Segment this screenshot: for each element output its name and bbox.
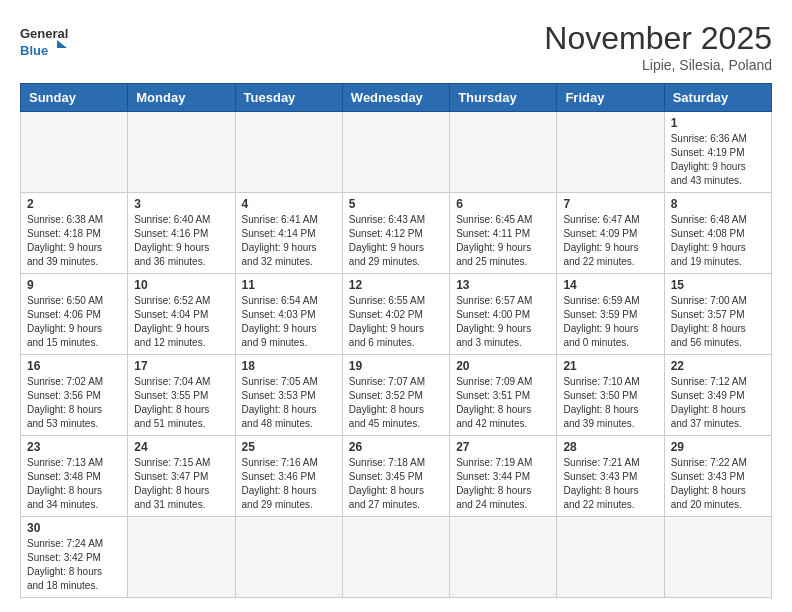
day-number: 8 [671,197,765,211]
day-info: Sunrise: 6:40 AMSunset: 4:16 PMDaylight:… [134,213,228,269]
title-block: November 2025 Lipie, Silesia, Poland [544,20,772,73]
calendar-table: SundayMondayTuesdayWednesdayThursdayFrid… [20,83,772,598]
calendar-cell: 3Sunrise: 6:40 AMSunset: 4:16 PMDaylight… [128,193,235,274]
calendar-cell: 29Sunrise: 7:22 AMSunset: 3:43 PMDayligh… [664,436,771,517]
weekday-header-friday: Friday [557,84,664,112]
day-number: 18 [242,359,336,373]
day-number: 22 [671,359,765,373]
day-info: Sunrise: 7:19 AMSunset: 3:44 PMDaylight:… [456,456,550,512]
weekday-header-row: SundayMondayTuesdayWednesdayThursdayFrid… [21,84,772,112]
day-info: Sunrise: 6:59 AMSunset: 3:59 PMDaylight:… [563,294,657,350]
calendar-cell: 1Sunrise: 6:36 AMSunset: 4:19 PMDaylight… [664,112,771,193]
day-info: Sunrise: 7:04 AMSunset: 3:55 PMDaylight:… [134,375,228,431]
calendar-cell: 21Sunrise: 7:10 AMSunset: 3:50 PMDayligh… [557,355,664,436]
calendar-cell: 16Sunrise: 7:02 AMSunset: 3:56 PMDayligh… [21,355,128,436]
calendar-cell [235,517,342,598]
page-header: General Blue November 2025 Lipie, Silesi… [20,20,772,73]
day-info: Sunrise: 7:07 AMSunset: 3:52 PMDaylight:… [349,375,443,431]
day-number: 5 [349,197,443,211]
calendar-cell: 22Sunrise: 7:12 AMSunset: 3:49 PMDayligh… [664,355,771,436]
calendar-cell [21,112,128,193]
day-info: Sunrise: 7:21 AMSunset: 3:43 PMDaylight:… [563,456,657,512]
weekday-header-wednesday: Wednesday [342,84,449,112]
calendar-cell: 15Sunrise: 7:00 AMSunset: 3:57 PMDayligh… [664,274,771,355]
calendar-cell: 26Sunrise: 7:18 AMSunset: 3:45 PMDayligh… [342,436,449,517]
calendar-week-3: 9Sunrise: 6:50 AMSunset: 4:06 PMDaylight… [21,274,772,355]
day-info: Sunrise: 7:15 AMSunset: 3:47 PMDaylight:… [134,456,228,512]
calendar-cell: 28Sunrise: 7:21 AMSunset: 3:43 PMDayligh… [557,436,664,517]
day-number: 7 [563,197,657,211]
calendar-cell [557,112,664,193]
calendar-cell [664,517,771,598]
calendar-cell: 19Sunrise: 7:07 AMSunset: 3:52 PMDayligh… [342,355,449,436]
calendar-cell: 23Sunrise: 7:13 AMSunset: 3:48 PMDayligh… [21,436,128,517]
calendar-cell [450,112,557,193]
day-info: Sunrise: 6:52 AMSunset: 4:04 PMDaylight:… [134,294,228,350]
svg-text:Blue: Blue [20,43,48,58]
calendar-cell: 2Sunrise: 6:38 AMSunset: 4:18 PMDaylight… [21,193,128,274]
day-info: Sunrise: 7:18 AMSunset: 3:45 PMDaylight:… [349,456,443,512]
day-number: 2 [27,197,121,211]
location: Lipie, Silesia, Poland [544,57,772,73]
day-info: Sunrise: 7:10 AMSunset: 3:50 PMDaylight:… [563,375,657,431]
day-info: Sunrise: 6:45 AMSunset: 4:11 PMDaylight:… [456,213,550,269]
day-info: Sunrise: 6:54 AMSunset: 4:03 PMDaylight:… [242,294,336,350]
calendar-cell: 13Sunrise: 6:57 AMSunset: 4:00 PMDayligh… [450,274,557,355]
day-info: Sunrise: 7:22 AMSunset: 3:43 PMDaylight:… [671,456,765,512]
day-info: Sunrise: 7:02 AMSunset: 3:56 PMDaylight:… [27,375,121,431]
day-info: Sunrise: 6:38 AMSunset: 4:18 PMDaylight:… [27,213,121,269]
day-number: 6 [456,197,550,211]
weekday-header-sunday: Sunday [21,84,128,112]
day-info: Sunrise: 6:36 AMSunset: 4:19 PMDaylight:… [671,132,765,188]
day-info: Sunrise: 7:09 AMSunset: 3:51 PMDaylight:… [456,375,550,431]
calendar-week-5: 23Sunrise: 7:13 AMSunset: 3:48 PMDayligh… [21,436,772,517]
logo-svg: General Blue [20,20,70,60]
day-number: 14 [563,278,657,292]
calendar-cell: 5Sunrise: 6:43 AMSunset: 4:12 PMDaylight… [342,193,449,274]
day-number: 12 [349,278,443,292]
day-info: Sunrise: 6:41 AMSunset: 4:14 PMDaylight:… [242,213,336,269]
weekday-header-monday: Monday [128,84,235,112]
calendar-cell: 20Sunrise: 7:09 AMSunset: 3:51 PMDayligh… [450,355,557,436]
calendar-cell: 11Sunrise: 6:54 AMSunset: 4:03 PMDayligh… [235,274,342,355]
calendar-cell: 25Sunrise: 7:16 AMSunset: 3:46 PMDayligh… [235,436,342,517]
day-number: 16 [27,359,121,373]
calendar-cell: 12Sunrise: 6:55 AMSunset: 4:02 PMDayligh… [342,274,449,355]
calendar-cell: 9Sunrise: 6:50 AMSunset: 4:06 PMDaylight… [21,274,128,355]
day-number: 24 [134,440,228,454]
day-number: 29 [671,440,765,454]
calendar-cell: 14Sunrise: 6:59 AMSunset: 3:59 PMDayligh… [557,274,664,355]
day-number: 28 [563,440,657,454]
logo: General Blue [20,20,70,60]
day-number: 17 [134,359,228,373]
day-number: 4 [242,197,336,211]
calendar-cell [450,517,557,598]
month-title: November 2025 [544,20,772,57]
day-number: 1 [671,116,765,130]
weekday-header-thursday: Thursday [450,84,557,112]
day-info: Sunrise: 7:13 AMSunset: 3:48 PMDaylight:… [27,456,121,512]
calendar-cell: 7Sunrise: 6:47 AMSunset: 4:09 PMDaylight… [557,193,664,274]
day-number: 10 [134,278,228,292]
day-number: 11 [242,278,336,292]
weekday-header-tuesday: Tuesday [235,84,342,112]
calendar-cell: 27Sunrise: 7:19 AMSunset: 3:44 PMDayligh… [450,436,557,517]
day-number: 9 [27,278,121,292]
calendar-cell: 4Sunrise: 6:41 AMSunset: 4:14 PMDaylight… [235,193,342,274]
day-info: Sunrise: 7:12 AMSunset: 3:49 PMDaylight:… [671,375,765,431]
calendar-cell [342,517,449,598]
day-info: Sunrise: 6:55 AMSunset: 4:02 PMDaylight:… [349,294,443,350]
calendar-cell: 6Sunrise: 6:45 AMSunset: 4:11 PMDaylight… [450,193,557,274]
calendar-cell [128,517,235,598]
calendar-cell: 24Sunrise: 7:15 AMSunset: 3:47 PMDayligh… [128,436,235,517]
day-info: Sunrise: 7:00 AMSunset: 3:57 PMDaylight:… [671,294,765,350]
calendar-cell: 30Sunrise: 7:24 AMSunset: 3:42 PMDayligh… [21,517,128,598]
day-number: 15 [671,278,765,292]
calendar-cell: 18Sunrise: 7:05 AMSunset: 3:53 PMDayligh… [235,355,342,436]
day-info: Sunrise: 6:57 AMSunset: 4:00 PMDaylight:… [456,294,550,350]
day-number: 26 [349,440,443,454]
day-info: Sunrise: 7:05 AMSunset: 3:53 PMDaylight:… [242,375,336,431]
day-number: 30 [27,521,121,535]
day-number: 19 [349,359,443,373]
day-number: 23 [27,440,121,454]
